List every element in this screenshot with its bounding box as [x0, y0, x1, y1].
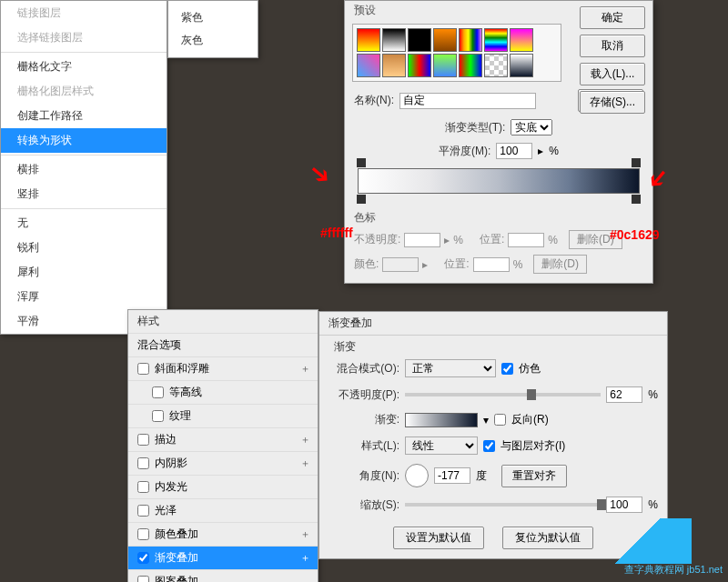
preset-swatch[interactable] — [408, 54, 431, 77]
preset-swatch[interactable] — [357, 54, 380, 77]
preset-swatch[interactable] — [382, 54, 406, 77]
preset-swatch[interactable] — [408, 28, 431, 52]
color-label: 颜色: — [354, 256, 379, 272]
preset-swatch[interactable] — [510, 54, 533, 77]
pos-label: 位置: — [480, 232, 504, 247]
plus-icon: ＋ — [300, 362, 310, 376]
submenu-item[interactable]: 灰色 — [168, 29, 258, 52]
reset-align-button[interactable]: 重置对齐 — [501, 465, 567, 487]
layer-styles-panel: 样式 混合选项 斜面和浮雕＋ 等高线 纹理 描边＋ 内阴影＋ 内发光 光泽 颜色… — [127, 309, 318, 582]
style-select[interactable]: 线性 — [405, 436, 478, 455]
menu-item[interactable]: 横排 — [1, 157, 167, 182]
angle-input[interactable] — [434, 467, 470, 484]
style-row[interactable]: 内阴影＋ — [128, 451, 318, 475]
menu-item[interactable]: 创建工作路径 — [1, 104, 167, 128]
menu-item[interactable]: 选择链接图层 — [1, 25, 167, 50]
context-menu: 链接图层 选择链接图层 栅格化文字 栅格化图层样式 创建工作路径 转换为形状 横… — [0, 0, 167, 335]
menu-item[interactable]: 竖排 — [1, 182, 167, 206]
style-checkbox[interactable] — [137, 434, 149, 446]
opacity-slider[interactable] — [405, 393, 601, 396]
color-submenu: 紫色 灰色 — [167, 0, 258, 58]
delete-button[interactable]: 删除(D) — [533, 255, 587, 274]
plus-icon: ＋ — [300, 433, 310, 447]
style-checkbox[interactable] — [137, 552, 149, 564]
color-stop[interactable] — [632, 195, 641, 204]
menu-item[interactable]: 犀利 — [1, 260, 167, 285]
style-row[interactable]: 描边＋ — [128, 427, 318, 451]
style-row[interactable]: 内发光 — [128, 475, 318, 498]
style-checkbox[interactable] — [137, 528, 149, 540]
cancel-button[interactable]: 取消 — [580, 35, 645, 57]
scale-input[interactable] — [606, 497, 642, 513]
preset-swatch[interactable] — [484, 54, 508, 77]
opacity-stop[interactable] — [357, 158, 366, 167]
color-stop[interactable] — [357, 195, 366, 204]
set-default-button[interactable]: 设置为默认值 — [393, 527, 484, 549]
angle-dial[interactable] — [405, 464, 429, 487]
gradient-bar[interactable] — [358, 168, 640, 194]
align-checkbox[interactable] — [483, 440, 495, 452]
style-row[interactable]: 图案叠加 — [128, 569, 318, 582]
style-checkbox[interactable] — [152, 410, 164, 422]
dither-checkbox[interactable] — [501, 363, 513, 375]
opacity-label: 不透明度: — [354, 232, 400, 247]
scale-slider[interactable] — [405, 503, 601, 507]
blend-options[interactable]: 混合选项 — [128, 333, 318, 356]
preset-swatch[interactable] — [433, 28, 457, 52]
style-label: 样式(L): — [329, 438, 399, 454]
preset-swatch[interactable] — [459, 28, 482, 52]
pos-label: 位置: — [444, 256, 469, 272]
preset-swatch[interactable] — [382, 28, 406, 52]
style-row[interactable]: 等高线 — [128, 380, 318, 404]
style-checkbox[interactable] — [137, 481, 149, 493]
style-row-gradient-overlay[interactable]: 渐变叠加＋ — [128, 546, 318, 569]
style-row[interactable]: 颜色叠加＋ — [128, 522, 318, 546]
menu-item-convert-shape[interactable]: 转换为形状 — [1, 128, 167, 153]
stops-label: 色标 — [345, 208, 652, 227]
save-button[interactable]: 存储(S)... — [580, 91, 645, 114]
style-checkbox[interactable] — [137, 363, 149, 375]
reverse-checkbox[interactable] — [494, 414, 506, 426]
menu-item[interactable]: 链接图层 — [1, 1, 167, 25]
style-checkbox[interactable] — [137, 505, 149, 517]
style-checkbox[interactable] — [137, 457, 149, 469]
name-label: 名称(N): — [354, 93, 394, 108]
menu-item[interactable]: 锐利 — [1, 236, 167, 260]
smooth-input[interactable] — [496, 143, 532, 159]
menu-item[interactable]: 浑厚 — [1, 285, 167, 309]
style-row[interactable]: 纹理 — [128, 404, 318, 427]
blend-label: 混合模式(O): — [329, 361, 399, 376]
type-select[interactable]: 实底 — [511, 119, 552, 135]
gradient-preview[interactable] — [405, 413, 478, 427]
preset-swatch[interactable] — [510, 28, 533, 52]
opacity-input[interactable] — [606, 386, 642, 403]
preset-swatch[interactable] — [459, 54, 482, 77]
style-row[interactable]: 斜面和浮雕＋ — [128, 356, 318, 380]
annotation-right: #0c1629 — [610, 227, 660, 242]
style-row[interactable]: 光泽 — [128, 498, 318, 522]
name-input[interactable] — [399, 93, 536, 109]
plus-icon: ＋ — [300, 457, 310, 470]
load-button[interactable]: 载入(L)... — [580, 63, 645, 85]
decorative-triangle — [582, 518, 692, 564]
submenu-item[interactable]: 紫色 — [168, 6, 258, 29]
opacity-stop[interactable] — [632, 158, 641, 167]
overlay-title: 渐变叠加 — [319, 312, 667, 336]
preset-swatch[interactable] — [484, 28, 508, 52]
color-swatch[interactable] — [382, 257, 419, 272]
menu-item[interactable]: 无 — [1, 211, 167, 236]
style-checkbox[interactable] — [137, 576, 149, 582]
style-checkbox[interactable] — [152, 386, 164, 398]
menu-item[interactable]: 栅格化文字 — [1, 55, 167, 79]
confirm-button[interactable]: 确定 — [580, 6, 645, 29]
separator — [1, 208, 167, 209]
blend-select[interactable]: 正常 — [405, 359, 496, 377]
preset-swatch[interactable] — [357, 28, 380, 52]
pos-input[interactable] — [508, 233, 544, 247]
pos-input[interactable] — [473, 257, 510, 272]
gradient-presets — [352, 24, 561, 82]
opacity-input[interactable] — [404, 233, 440, 247]
reset-default-button[interactable]: 复位为默认值 — [502, 527, 593, 549]
menu-item[interactable]: 栅格化图层样式 — [1, 79, 167, 104]
preset-swatch[interactable] — [433, 54, 457, 77]
